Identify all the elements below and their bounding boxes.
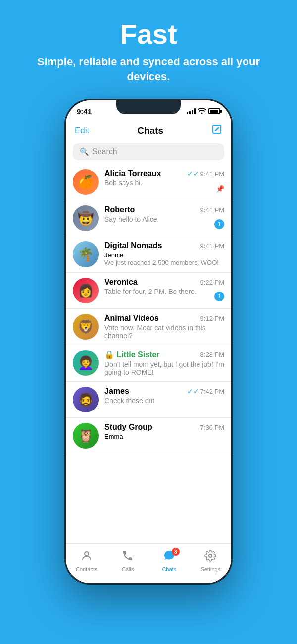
chat-preview: Emma bbox=[104, 433, 224, 440]
status-time: 9:41 bbox=[77, 107, 92, 116]
chat-name: Digital Nomads bbox=[104, 241, 162, 250]
list-item[interactable]: 🤠 Roberto 9:41 PM Say hello to Alice. 1 bbox=[66, 200, 231, 236]
contacts-icon bbox=[81, 550, 93, 565]
status-icons bbox=[187, 108, 220, 115]
list-item[interactable]: 🦁 Animal Videos 9:12 PM Vote now! Moar c… bbox=[66, 309, 231, 345]
chat-time: 7:36 PM bbox=[200, 424, 224, 431]
chat-content: James ✓✓ 7:42 PM Check these out bbox=[104, 387, 224, 405]
list-item[interactable]: 🌴 Digital Nomads 9:41 PM Jennie We just … bbox=[66, 236, 231, 273]
chat-preview: Table for four, 2 PM. Be there. bbox=[104, 288, 224, 295]
tab-calls[interactable]: Calls bbox=[107, 550, 149, 572]
chat-content: Animal Videos 9:12 PM Vote now! Moar cat… bbox=[104, 314, 224, 340]
chat-preview: Bob says hi. bbox=[104, 179, 224, 187]
double-check-icon: ✓✓ bbox=[187, 170, 199, 177]
phone-notch bbox=[116, 100, 181, 114]
tab-settings[interactable]: Settings bbox=[190, 550, 232, 572]
chat-preview: Vote now! Moar cat videos in this channe… bbox=[104, 324, 224, 340]
chat-content: Alicia Torreaux ✓✓ 9:41 PM Bob says hi. bbox=[104, 169, 224, 187]
chat-preview: Say hello to Alice. bbox=[104, 215, 224, 223]
avatar: 🦉 bbox=[73, 423, 99, 449]
avatar: 🦁 bbox=[73, 314, 99, 340]
screen-title: Chats bbox=[137, 125, 163, 136]
chat-preview: Check these out bbox=[104, 397, 224, 405]
chat-time: ✓✓ 9:41 PM bbox=[187, 170, 224, 177]
chat-preview: Don't tell mom yet, but I got the job! I… bbox=[104, 360, 224, 376]
phone-screen: 9:41 bbox=[66, 100, 231, 583]
signal-icon bbox=[187, 108, 196, 114]
chat-name: Roberto bbox=[104, 205, 135, 214]
chat-content: Digital Nomads 9:41 PM Jennie We just re… bbox=[104, 241, 224, 266]
chat-preview-sub: We just reached 2,500 members! WOO! bbox=[104, 259, 224, 266]
calls-icon bbox=[122, 550, 134, 565]
double-check-icon: ✓✓ bbox=[187, 387, 199, 395]
phone-shell: 9:41 bbox=[64, 99, 233, 585]
list-item[interactable]: 🧔 James ✓✓ 7:42 PM Check these out bbox=[66, 382, 231, 418]
chat-top: Digital Nomads 9:41 PM bbox=[104, 241, 224, 250]
avatar: 🍊 bbox=[73, 169, 99, 195]
chat-name: Alicia Torreaux bbox=[104, 169, 161, 178]
edit-button[interactable]: Edit bbox=[75, 126, 89, 136]
chat-name: Veronica bbox=[104, 278, 138, 287]
chat-top: Study Group 7:36 PM bbox=[104, 423, 224, 432]
wifi-icon bbox=[198, 108, 206, 115]
list-item[interactable]: 👩 Veronica 9:22 PM Table for four, 2 PM.… bbox=[66, 273, 231, 309]
navigation-bar: Edit Chats bbox=[66, 122, 231, 141]
avatar: 👩 bbox=[73, 278, 99, 303]
hero-subtitle: Simple, reliable and synced across all y… bbox=[20, 55, 277, 85]
list-item[interactable]: 👩‍🦱 🔒 Little Sister 8:28 PM Don't tell m… bbox=[66, 345, 231, 382]
chat-time: 9:22 PM bbox=[200, 279, 224, 286]
chat-content: Roberto 9:41 PM Say hello to Alice. bbox=[104, 205, 224, 223]
chat-time: 9:41 PM bbox=[200, 206, 224, 214]
chat-top: Alicia Torreaux ✓✓ 9:41 PM bbox=[104, 169, 224, 178]
compose-button[interactable] bbox=[211, 124, 222, 137]
chat-top: 🔒 Little Sister 8:28 PM bbox=[104, 350, 224, 359]
tab-contacts-label: Contacts bbox=[76, 566, 97, 572]
chat-content: Study Group 7:36 PM Emma bbox=[104, 423, 224, 440]
avatar: 🧔 bbox=[73, 387, 99, 412]
search-icon: 🔍 bbox=[80, 147, 89, 156]
battery-icon bbox=[208, 108, 220, 114]
chat-time: 9:41 PM bbox=[200, 242, 224, 250]
tab-chats-label: Chats bbox=[162, 566, 176, 572]
chat-top: Veronica 9:22 PM bbox=[104, 278, 224, 287]
chat-time: ✓✓ 7:42 PM bbox=[187, 387, 224, 395]
list-item[interactable]: 🍊 Alicia Torreaux ✓✓ 9:41 PM Bob says hi… bbox=[66, 164, 231, 200]
chats-badge: 8 bbox=[172, 548, 180, 556]
avatar: 🌴 bbox=[73, 241, 99, 267]
chat-name: Animal Videos bbox=[104, 314, 159, 323]
unread-badge: 1 bbox=[214, 219, 224, 229]
avatar: 🤠 bbox=[73, 205, 99, 231]
search-placeholder: Search bbox=[92, 147, 117, 156]
chat-name: 🔒 Little Sister bbox=[104, 350, 160, 359]
hero-section: Fast Simple, reliable and synced across … bbox=[0, 0, 297, 99]
chat-top: Roberto 9:41 PM bbox=[104, 205, 224, 214]
pin-icon: 📌 bbox=[216, 185, 224, 193]
svg-point-2 bbox=[209, 554, 212, 557]
unread-badge: 1 bbox=[214, 292, 224, 301]
chat-top: James ✓✓ 7:42 PM bbox=[104, 387, 224, 396]
chat-time: 9:12 PM bbox=[200, 315, 224, 322]
chat-preview: Jennie bbox=[104, 251, 224, 259]
chat-list: 🍊 Alicia Torreaux ✓✓ 9:41 PM Bob says hi… bbox=[66, 164, 231, 543]
search-bar[interactable]: 🔍 Search bbox=[73, 143, 224, 160]
tab-bar: Contacts Calls 8 bbox=[66, 543, 231, 583]
chat-time: 8:28 PM bbox=[200, 351, 224, 358]
chat-name: Study Group bbox=[104, 423, 152, 432]
chats-icon: 8 bbox=[163, 550, 176, 565]
chat-top: Animal Videos 9:12 PM bbox=[104, 314, 224, 323]
tab-contacts[interactable]: Contacts bbox=[66, 550, 107, 572]
chat-name: James bbox=[104, 387, 129, 396]
phone-mockup: 9:41 bbox=[64, 99, 233, 585]
tab-calls-label: Calls bbox=[122, 566, 134, 572]
chat-content: 🔒 Little Sister 8:28 PM Don't tell mom y… bbox=[104, 350, 224, 376]
tab-chats[interactable]: 8 Chats bbox=[148, 550, 190, 572]
chat-content: Veronica 9:22 PM Table for four, 2 PM. B… bbox=[104, 278, 224, 295]
lock-icon: 🔒 bbox=[104, 351, 114, 359]
settings-icon bbox=[204, 550, 216, 565]
avatar: 👩‍🦱 bbox=[73, 350, 99, 376]
hero-title: Fast bbox=[20, 19, 277, 50]
list-item[interactable]: 🦉 Study Group 7:36 PM Emma bbox=[66, 418, 231, 454]
tab-settings-label: Settings bbox=[200, 566, 220, 572]
svg-point-1 bbox=[85, 552, 89, 556]
